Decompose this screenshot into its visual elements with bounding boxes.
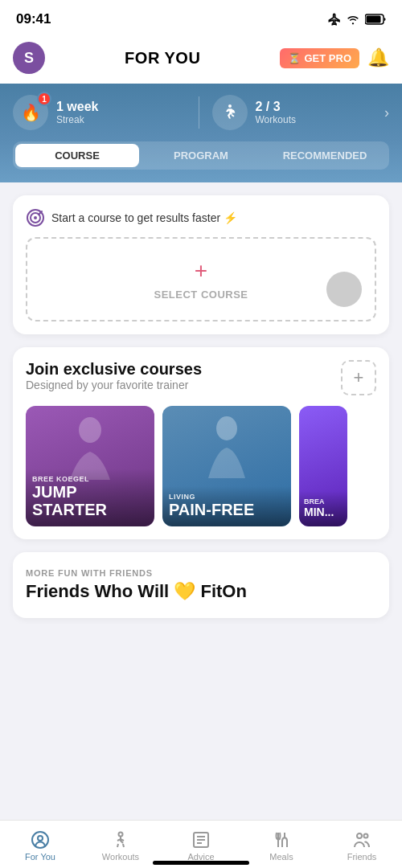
exclusive-courses-card: Join exclusive courses Designed by your … <box>13 347 389 539</box>
svg-point-10 <box>119 833 123 837</box>
select-course-box[interactable]: + SELECT COURSE <box>26 237 376 321</box>
friends-title: Friends Who Will 💛 FitOn <box>26 581 376 602</box>
nav-friends[interactable]: Friends <box>322 827 402 865</box>
home-indicator <box>153 861 249 865</box>
trainer-name-1: BREE KOEGEL <box>32 475 148 483</box>
workouts-value: 2 / 3 <box>256 100 296 114</box>
svg-point-9 <box>38 836 43 841</box>
app-header: S FOR YOU ⏳ GET PRO 🔔 <box>0 35 402 84</box>
course-title-2: PAIN-FREE <box>169 501 285 518</box>
status-bar: 09:41 <box>0 0 402 35</box>
advice-nav-icon <box>191 830 211 850</box>
hourglass-icon: ⏳ <box>288 52 301 64</box>
workouts-nav-icon <box>111 830 130 850</box>
nav-meals-label: Meals <box>269 852 293 862</box>
select-course-circle <box>326 272 362 307</box>
airplane-icon <box>328 13 341 26</box>
nav-friends-label: Friends <box>347 852 377 862</box>
workouts-label: Workouts <box>256 114 296 125</box>
tab-course[interactable]: COURSE <box>15 144 139 167</box>
nav-for-you[interactable]: For You <box>0 827 80 865</box>
streak-text: 1 week Streak <box>56 100 98 125</box>
stats-arrow-icon[interactable]: › <box>384 104 389 121</box>
avatar[interactable]: S <box>13 42 45 74</box>
select-course-plus-icon: + <box>195 258 207 284</box>
courses-scroll: BREE KOEGEL JUMPSTARTER LIVING PAIN-FREE <box>26 406 376 526</box>
friends-pretitle: MORE FUN WITH FRIENDS <box>26 568 376 578</box>
content-tabs: COURSE PROGRAM RECOMMENDED <box>13 141 389 170</box>
page-title: FOR YOU <box>125 49 200 68</box>
workouts-icon-wrap <box>212 95 248 130</box>
header-actions: ⏳ GET PRO 🔔 <box>280 47 389 68</box>
svg-point-5 <box>34 216 37 219</box>
exclusive-header: Join exclusive courses Designed by your … <box>26 360 376 403</box>
nav-workouts[interactable]: Workouts <box>80 827 161 865</box>
streak-value: 1 week <box>56 100 98 114</box>
svg-point-7 <box>216 416 237 440</box>
course-thumb-jump-starter[interactable]: BREE KOEGEL JUMPSTARTER <box>26 406 154 526</box>
tab-program[interactable]: PROGRAM <box>139 144 263 167</box>
target-icon <box>26 208 45 227</box>
course-hint-text: Start a course to get results faster ⚡ <box>51 211 237 224</box>
exclusive-add-button[interactable]: + <box>341 360 376 395</box>
streak-label: Streak <box>56 114 98 125</box>
course-title-1: JUMPSTARTER <box>32 483 148 518</box>
nav-workouts-label: Workouts <box>102 852 139 862</box>
svg-rect-1 <box>367 16 381 23</box>
for-you-nav-icon <box>31 830 50 850</box>
status-icons <box>328 13 386 26</box>
person-running-icon <box>220 103 240 122</box>
exclusive-title: Join exclusive courses <box>26 360 202 379</box>
trainer-silhouette-2 <box>191 414 263 486</box>
battery-icon <box>365 14 386 25</box>
get-pro-button[interactable]: ⏳ GET PRO <box>280 48 359 68</box>
streak-stat[interactable]: 🔥 1 1 week Streak <box>13 95 186 130</box>
trainer-name-2: LIVING <box>169 493 285 501</box>
friends-card: MORE FUN WITH FRIENDS Friends Who Will 💛… <box>13 552 389 618</box>
friends-nav-icon <box>352 830 371 850</box>
nav-for-you-label: For You <box>25 852 55 862</box>
course-thumb-partial[interactable]: BREA MIN... <box>299 406 347 526</box>
exclusive-subtitle: Designed by your favorite trainer <box>26 379 202 391</box>
trainer-name-3: BREA <box>304 497 343 506</box>
nav-advice[interactable]: Advice <box>161 827 241 865</box>
course-select-card: Start a course to get results faster ⚡ +… <box>13 195 389 334</box>
svg-point-2 <box>228 104 232 108</box>
stats-divider <box>199 96 199 129</box>
select-course-label: SELECT COURSE <box>154 289 248 301</box>
svg-point-6 <box>79 417 101 443</box>
svg-point-18 <box>364 834 368 838</box>
status-time: 09:41 <box>16 11 51 27</box>
stats-bar: 🔥 1 1 week Streak 2 / 3 Workouts › <box>0 84 402 141</box>
main-content: Start a course to get results faster ⚡ +… <box>0 182 402 698</box>
tab-recommended[interactable]: RECOMMENDED <box>263 144 387 167</box>
streak-badge: 1 <box>37 92 51 106</box>
workouts-stat[interactable]: 2 / 3 Workouts <box>212 95 385 130</box>
fire-icon: 🔥 <box>21 103 41 122</box>
meals-nav-icon <box>272 830 291 850</box>
svg-point-17 <box>357 833 362 838</box>
notification-bell-icon[interactable]: 🔔 <box>367 47 389 68</box>
streak-icon-wrap: 🔥 1 <box>13 95 48 130</box>
workouts-text: 2 / 3 Workouts <box>256 100 296 125</box>
tabs-container: COURSE PROGRAM RECOMMENDED <box>0 141 402 182</box>
nav-meals[interactable]: Meals <box>241 827 322 865</box>
wifi-icon <box>346 14 360 25</box>
course-hint-row: Start a course to get results faster ⚡ <box>26 208 376 227</box>
course-thumb-pain-free[interactable]: LIVING PAIN-FREE <box>162 406 291 526</box>
course-title-3: MIN... <box>304 506 343 518</box>
